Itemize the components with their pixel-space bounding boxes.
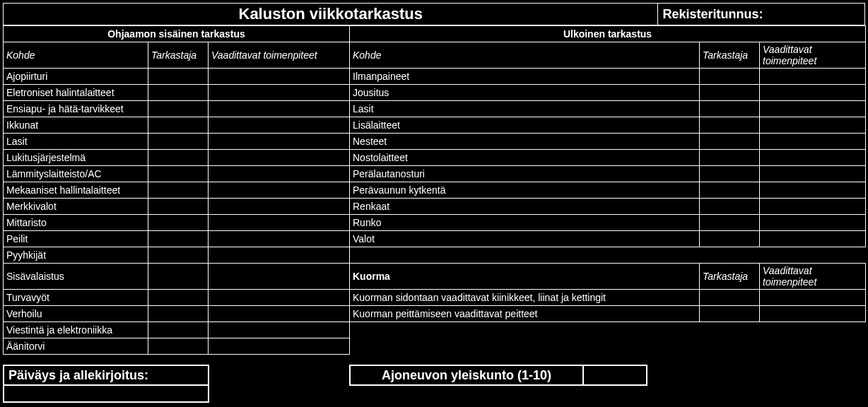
- interior-row-toimenpiteet[interactable]: [209, 150, 350, 166]
- inspection-table: Ohjaamon sisäinen tarkastus Ulkoinen tar…: [3, 25, 866, 355]
- exterior-row-tarkastaja[interactable]: [700, 182, 760, 199]
- interior-row-tarkastaja[interactable]: [148, 306, 209, 322]
- interior-row-toimenpiteet[interactable]: [209, 247, 350, 264]
- interior-row-tarkastaja[interactable]: [148, 215, 209, 231]
- exterior-row-toimenpiteet[interactable]: [760, 166, 866, 182]
- interior-row-tarkastaja[interactable]: [148, 247, 209, 264]
- exterior-row-kohde: Jousitus: [350, 85, 700, 101]
- interior-row-tarkastaja[interactable]: [148, 264, 209, 290]
- exterior-col-kohde: Kohde: [350, 42, 700, 69]
- exterior-col-tarkastaja: Tarkastaja: [700, 42, 760, 69]
- interior-row-kohde: Verhoilu: [4, 306, 148, 322]
- condition-label: Ajoneuvon yleiskunto (1-10): [350, 365, 583, 385]
- interior-col-tarkastaja: Tarkastaja: [148, 42, 209, 69]
- interior-row-kohde: Äänitorvi: [4, 338, 148, 355]
- exterior-row-toimenpiteet[interactable]: [760, 117, 866, 134]
- interior-row-tarkastaja[interactable]: [148, 322, 209, 338]
- interior-row-toimenpiteet[interactable]: [209, 306, 350, 322]
- exterior-row-tarkastaja[interactable]: [700, 199, 760, 215]
- exterior-row-tarkastaja[interactable]: [700, 231, 760, 247]
- interior-col-kohde: Kohde: [4, 42, 148, 69]
- interior-col-toimenpiteet: Vaadittavat toimenpiteet: [209, 42, 350, 69]
- interior-row-kohde: Viestintä ja elektroniikka: [4, 322, 148, 338]
- header-table: Kaluston viikkotarkastus Rekisteritunnus…: [3, 3, 865, 25]
- cargo-row-kohde: Kuorman peittämiseen vaadittavat peittee…: [350, 306, 700, 322]
- interior-row-toimenpiteet[interactable]: [209, 215, 350, 231]
- cargo-row-tarkastaja[interactable]: [700, 290, 760, 306]
- exterior-row-tarkastaja[interactable]: [700, 134, 760, 150]
- interior-row-tarkastaja[interactable]: [148, 338, 209, 355]
- cargo-row-kohde: Kuorman sidontaan vaadittavat kiinikkeet…: [350, 290, 700, 306]
- exterior-row-tarkastaja[interactable]: [700, 117, 760, 134]
- exterior-row-tarkastaja[interactable]: [700, 85, 760, 101]
- exterior-row-kohde: Valot: [350, 231, 700, 247]
- interior-row-tarkastaja[interactable]: [148, 69, 209, 85]
- exterior-row-kohde: Runko: [350, 215, 700, 231]
- interior-row-kohde: Turvavyöt: [4, 290, 148, 306]
- exterior-row-toimenpiteet[interactable]: [760, 199, 866, 215]
- date-sign-label: Päiväys ja allekirjoitus:: [4, 365, 209, 385]
- interior-row-kohde: Ajopiirturi: [4, 69, 148, 85]
- interior-row-toimenpiteet[interactable]: [209, 166, 350, 182]
- interior-row-tarkastaja[interactable]: [148, 117, 209, 134]
- interior-row-kohde: Lämmityslaitteisto/AC: [4, 166, 148, 182]
- exterior-row-toimenpiteet[interactable]: [760, 182, 866, 199]
- interior-section-header: Ohjaamon sisäinen tarkastus: [4, 26, 350, 42]
- interior-row-toimenpiteet[interactable]: [209, 85, 350, 101]
- exterior-row-toimenpiteet[interactable]: [760, 101, 866, 117]
- exterior-row-toimenpiteet[interactable]: [760, 150, 866, 166]
- interior-row-kohde: Lukitusjärjestelmä: [4, 150, 148, 166]
- interior-row-toimenpiteet[interactable]: [209, 322, 350, 338]
- interior-row-toimenpiteet[interactable]: [209, 290, 350, 306]
- exterior-row-tarkastaja[interactable]: [700, 166, 760, 182]
- blank-cell: [350, 338, 866, 355]
- exterior-row-kohde: Perävaunun kytkentä: [350, 182, 700, 199]
- exterior-row-tarkastaja[interactable]: [700, 215, 760, 231]
- interior-row-tarkastaja[interactable]: [148, 101, 209, 117]
- interior-row-kohde: Lasit: [4, 134, 148, 150]
- exterior-row-toimenpiteet[interactable]: [760, 85, 866, 101]
- exterior-row-kohde: Lasit: [350, 101, 700, 117]
- interior-row-toimenpiteet[interactable]: [209, 199, 350, 215]
- interior-row-kohde: Mekaaniset hallintalaitteet: [4, 182, 148, 199]
- interior-row-toimenpiteet[interactable]: [209, 117, 350, 134]
- exterior-row-tarkastaja[interactable]: [700, 69, 760, 85]
- exterior-section-header: Ulkoinen tarkastus: [350, 26, 866, 42]
- cargo-col-tarkastaja: Tarkastaja: [700, 264, 760, 290]
- interior-row-toimenpiteet[interactable]: [209, 264, 350, 290]
- interior-row-toimenpiteet[interactable]: [209, 69, 350, 85]
- interior-row-tarkastaja[interactable]: [148, 182, 209, 199]
- cargo-row-toimenpiteet[interactable]: [760, 290, 866, 306]
- exterior-row-toimenpiteet[interactable]: [760, 69, 866, 85]
- cargo-col-toimenpiteet: Vaadittavat toimenpiteet: [760, 264, 866, 290]
- cargo-row-toimenpiteet[interactable]: [760, 306, 866, 322]
- cargo-row-tarkastaja[interactable]: [700, 306, 760, 322]
- exterior-row-toimenpiteet[interactable]: [760, 215, 866, 231]
- exterior-row-tarkastaja[interactable]: [700, 101, 760, 117]
- exterior-row-kohde: Renkaat: [350, 199, 700, 215]
- interior-row-tarkastaja[interactable]: [148, 85, 209, 101]
- interior-row-kohde: Sisävalaistus: [4, 264, 148, 290]
- exterior-row-tarkastaja[interactable]: [700, 150, 760, 166]
- condition-value-box[interactable]: [583, 365, 647, 385]
- exterior-row-toimenpiteet[interactable]: [760, 231, 866, 247]
- interior-row-tarkastaja[interactable]: [148, 199, 209, 215]
- exterior-row-toimenpiteet[interactable]: [760, 134, 866, 150]
- interior-row-tarkastaja[interactable]: [148, 134, 209, 150]
- footer-table: Päiväys ja allekirjoitus: Ajoneuvon ylei…: [3, 365, 865, 403]
- blank-cell: [350, 322, 866, 338]
- interior-row-kohde: Peilit: [4, 231, 148, 247]
- interior-row-toimenpiteet[interactable]: [209, 182, 350, 199]
- interior-row-tarkastaja[interactable]: [148, 231, 209, 247]
- blank-cell: [350, 247, 866, 264]
- interior-row-tarkastaja[interactable]: [148, 166, 209, 182]
- page-title: Kaluston viikkotarkastus: [4, 4, 658, 25]
- interior-row-toimenpiteet[interactable]: [209, 134, 350, 150]
- interior-row-toimenpiteet[interactable]: [209, 338, 350, 355]
- interior-row-toimenpiteet[interactable]: [209, 101, 350, 117]
- date-sign-input[interactable]: [4, 385, 209, 402]
- interior-row-tarkastaja[interactable]: [148, 290, 209, 306]
- interior-row-tarkastaja[interactable]: [148, 150, 209, 166]
- interior-row-toimenpiteet[interactable]: [209, 231, 350, 247]
- cargo-section-header: Kuorma: [350, 264, 700, 290]
